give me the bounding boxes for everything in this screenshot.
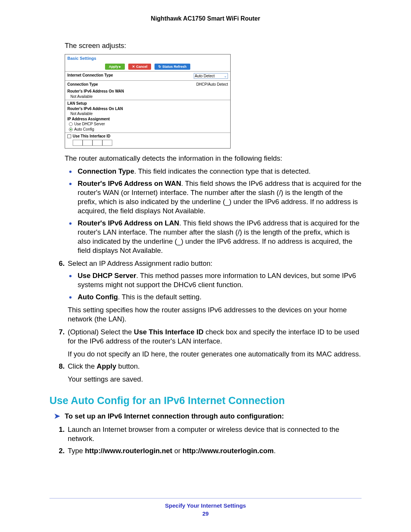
radio-auto[interactable]: Auto Config xyxy=(67,127,228,132)
list-item: Connection Type. This field indicates th… xyxy=(76,167,362,176)
cancel-button[interactable]: ✕ Cancel xyxy=(128,64,151,70)
manual-page: Nighthawk AC1750 Smart WiFi Router The s… xyxy=(0,0,411,532)
chevron-down-icon: ⌄ xyxy=(224,74,227,78)
step-text: (Optional) Select the Use This Interface… xyxy=(68,328,362,346)
step-text: Launch an Internet browser from a comput… xyxy=(68,425,362,443)
apply-button[interactable]: Apply ▸ xyxy=(105,64,125,70)
step6-options: Use DHCP Server. This method passes more… xyxy=(49,271,362,302)
after-ui-text: The router automatically detects the inf… xyxy=(65,154,362,163)
step-6: 6. Select an IP Address Assignment radio… xyxy=(49,259,362,268)
task-heading: ➤ To set up an IPv6 Internet connection … xyxy=(49,412,362,420)
button-bar: Apply ▸ ✕ Cancel ↻ Status Refresh xyxy=(65,64,230,71)
fields-bullet-list: Connection Type. This field indicates th… xyxy=(49,167,362,255)
status-refresh-button[interactable]: ↻ Status Refresh xyxy=(155,64,190,70)
step-number: 7. xyxy=(49,328,68,359)
step-number: 8. xyxy=(49,362,68,384)
ict-label: Internet Connection Type xyxy=(67,73,113,79)
page-footer: Specify Your Internet Settings 29 xyxy=(49,498,362,517)
step-lead: Select an IP Address Assignment radio bu… xyxy=(68,259,362,268)
step6-tail: This setting specifies how the router as… xyxy=(68,305,362,324)
step-text: Type http://www.routerlogin.net or http:… xyxy=(68,446,362,455)
lan-addr-label: Router's IPv6 Address On LAN xyxy=(67,106,228,112)
radio-icon xyxy=(69,122,73,126)
step7-tail: If you do not specify an ID here, the ro… xyxy=(68,350,362,359)
page-number: 29 xyxy=(49,510,362,517)
page-header: Nighthawk AC1750 Smart WiFi Router xyxy=(49,15,362,22)
list-item: Auto Config. This is the default setting… xyxy=(76,292,362,302)
wan-addr-value: Not Available xyxy=(67,94,228,99)
step-number: 1. xyxy=(49,425,68,443)
interface-id-fields[interactable] xyxy=(67,140,228,146)
ict-value: Auto Detect xyxy=(195,74,215,78)
lan-setup-label: LAN Setup xyxy=(67,101,228,106)
list-item: Router's IPv6 Address on WAN. This field… xyxy=(76,179,362,216)
step-number: 2. xyxy=(49,446,68,455)
checkbox-icon xyxy=(67,134,71,138)
footer-title: Specify Your Internet Settings xyxy=(49,502,362,509)
conn-type-value: DHCP/Auto Detect xyxy=(196,82,228,86)
step8-tail: Your settings are saved. xyxy=(68,375,362,384)
radio-icon xyxy=(69,128,73,131)
section-heading: Use Auto Config for an IPv6 Internet Con… xyxy=(49,395,362,407)
task-step-2: 2. Type http://www.routerlogin.net or ht… xyxy=(49,446,362,455)
settings-screenshot: Basic Settings Apply ▸ ✕ Cancel ↻ Status… xyxy=(65,54,231,149)
arrow-right-icon: ➤ xyxy=(49,412,65,420)
ip-assign-label: IP Address Assignment xyxy=(67,117,228,122)
intro-text: The screen adjusts: xyxy=(65,41,362,50)
step-8: 8. Click the Apply button. Your settings… xyxy=(49,362,362,384)
wan-addr-label: Router's IPv6 Address On WAN xyxy=(67,89,228,94)
lan-addr-value: Not Available xyxy=(67,111,228,117)
panel-title: Basic Settings xyxy=(65,54,230,64)
step-number: 6. xyxy=(49,259,68,268)
list-item: Router's IPv6 Address on LAN. This field… xyxy=(76,219,362,255)
radio-dhcp[interactable]: Use DHCP Server xyxy=(67,121,228,127)
task-step-1: 1. Launch an Internet browser from a com… xyxy=(49,425,362,443)
list-item: Use DHCP Server. This method passes more… xyxy=(76,271,362,289)
step-text: Click the Apply button. xyxy=(68,362,362,371)
step-7: 7. (Optional) Select the Use This Interf… xyxy=(49,328,362,359)
conn-type-label: Connection Type xyxy=(67,82,98,86)
ict-select[interactable]: Auto Detect ⌄ xyxy=(194,73,228,79)
use-interface-checkbox[interactable]: Use This Interface ID xyxy=(67,134,228,139)
